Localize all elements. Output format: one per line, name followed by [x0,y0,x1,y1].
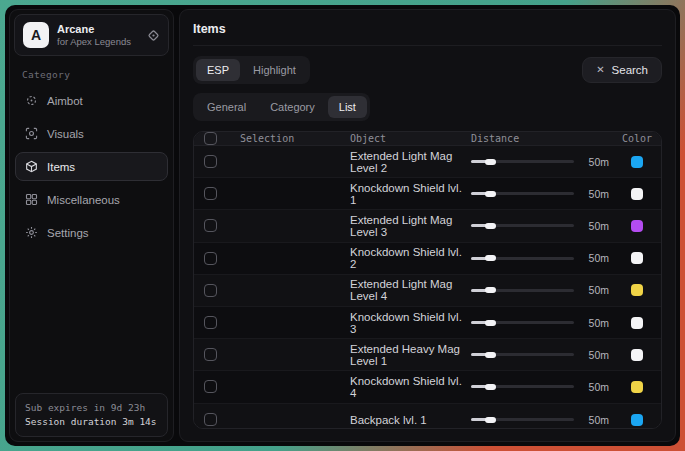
view-tab-group: General Category List [193,93,370,121]
distance-slider[interactable] [471,157,574,167]
shield-badge-icon[interactable] [147,29,160,42]
tab-esp[interactable]: ESP [196,59,240,81]
row-checkbox[interactable] [204,252,217,265]
distance-slider[interactable] [471,253,574,263]
app-logo: A [23,22,49,48]
distance-slider[interactable] [471,221,574,231]
distance-slider[interactable] [471,415,574,425]
sidebar: A Arcane for Apex Legends Category [9,9,174,442]
slider-thumb[interactable] [485,352,496,358]
row-object: Extended Heavy Mag Level 1 [350,343,471,367]
category-label: Category [22,69,161,80]
page-title: Items [193,20,662,46]
col-header-selection: Selection [240,133,350,144]
sidebar-item-settings[interactable]: Settings [15,218,168,247]
row-color-swatch[interactable] [631,317,643,329]
col-header-color: Color [613,133,661,144]
row-checkbox[interactable] [204,316,217,329]
tab-highlight[interactable]: Highlight [242,59,307,81]
row-checkbox[interactable] [204,380,217,393]
slider-thumb[interactable] [485,384,496,390]
distance-slider[interactable] [471,350,574,360]
distance-slider[interactable] [471,189,574,199]
session-duration-text: Session duration 3m 14s [25,415,158,429]
cube-icon [25,160,38,173]
sidebar-header: A Arcane for Apex Legends [14,14,169,56]
sidebar-item-items[interactable]: Items [15,152,168,181]
sidebar-item-visuals[interactable]: Visuals [15,119,168,148]
table-row: Extended Light Mag Level 3 50m [194,210,661,242]
table-row: Knockdown Shield lvl. 1 50m [194,178,661,210]
slider-thumb[interactable] [485,223,496,229]
row-checkbox[interactable] [204,155,217,168]
sidebar-item-miscellaneous[interactable]: Miscellaneous [15,185,168,214]
row-color-swatch[interactable] [631,349,643,361]
col-header-distance: Distance [471,133,613,144]
row-checkbox[interactable] [204,348,217,361]
sidebar-item-label: Miscellaneous [47,194,120,206]
tab-category[interactable]: Category [259,96,326,118]
distance-slider[interactable] [471,318,574,328]
row-object: Knockdown Shield lvl. 2 [350,246,471,270]
row-color-swatch[interactable] [631,284,643,296]
row-distance-value: 50m [583,220,609,232]
slider-thumb[interactable] [485,191,496,197]
table-row: Knockdown Shield lvl. 2 50m [194,243,661,275]
row-object: Knockdown Shield lvl. 1 [350,182,471,206]
row-color-swatch[interactable] [631,188,643,200]
row-color-swatch[interactable] [631,220,643,232]
app-window: A Arcane for Apex Legends Category [5,5,680,446]
table-row: Backpack lvl. 1 50m [194,404,661,430]
row-color-swatch[interactable] [631,381,643,393]
toolbar: ESP Highlight ✕ Search [193,56,662,84]
table-row: Knockdown Shield lvl. 4 50m [194,371,661,403]
session-info-card: Sub expires in 9d 23h Session duration 3… [15,393,168,437]
row-checkbox[interactable] [204,413,217,426]
tab-list[interactable]: List [328,96,367,118]
row-object: Extended Light Mag Level 3 [350,214,471,238]
close-icon: ✕ [596,65,604,75]
row-checkbox[interactable] [204,187,217,200]
row-object: Extended Light Mag Level 4 [350,278,471,302]
row-object: Backpack lvl. 1 [350,414,471,426]
row-distance-value: 50m [583,284,609,296]
row-checkbox[interactable] [204,284,217,297]
table-row: Extended Light Mag Level 4 50m [194,275,661,307]
row-checkbox[interactable] [204,219,217,232]
table-row: Knockdown Shield lvl. 3 50m [194,307,661,339]
main-panel: Items ESP Highlight ✕ Search General Cat… [179,9,676,442]
slider-thumb[interactable] [485,159,496,165]
slider-thumb[interactable] [485,320,496,326]
col-header-object: Object [350,133,471,144]
row-object: Knockdown Shield lvl. 4 [350,375,471,399]
eye-icon [25,127,38,140]
sidebar-item-label: Aimbot [47,95,83,107]
row-color-swatch[interactable] [631,156,643,168]
tab-general[interactable]: General [196,96,257,118]
table-row: Extended Heavy Mag Level 1 50m [194,339,661,371]
app-title: Arcane [57,23,139,36]
row-distance-value: 50m [583,252,609,264]
row-color-swatch[interactable] [631,252,643,264]
items-table: Selection Object Distance Color Extended… [193,131,662,429]
gear-icon [25,226,38,239]
grid-icon [25,193,38,206]
row-distance-value: 50m [583,317,609,329]
row-object: Extended Light Mag Level 2 [350,150,471,174]
slider-thumb[interactable] [485,255,496,261]
sidebar-item-label: Items [47,161,75,173]
row-color-swatch[interactable] [631,414,643,426]
table-body: Extended Light Mag Level 2 50m Knockdown… [194,146,661,429]
search-button[interactable]: ✕ Search [582,57,662,83]
table-header-row: Selection Object Distance Color [194,132,661,146]
app-subtitle: for Apex Legends [57,36,139,48]
sidebar-item-label: Settings [47,227,89,239]
distance-slider[interactable] [471,382,574,392]
slider-thumb[interactable] [485,287,496,293]
sidebar-nav: Aimbot Visuals Items [14,86,169,247]
distance-slider[interactable] [471,285,574,295]
sidebar-item-aimbot[interactable]: Aimbot [15,86,168,115]
select-all-checkbox[interactable] [204,132,217,145]
crosshair-icon [25,94,38,107]
slider-thumb[interactable] [485,417,496,423]
